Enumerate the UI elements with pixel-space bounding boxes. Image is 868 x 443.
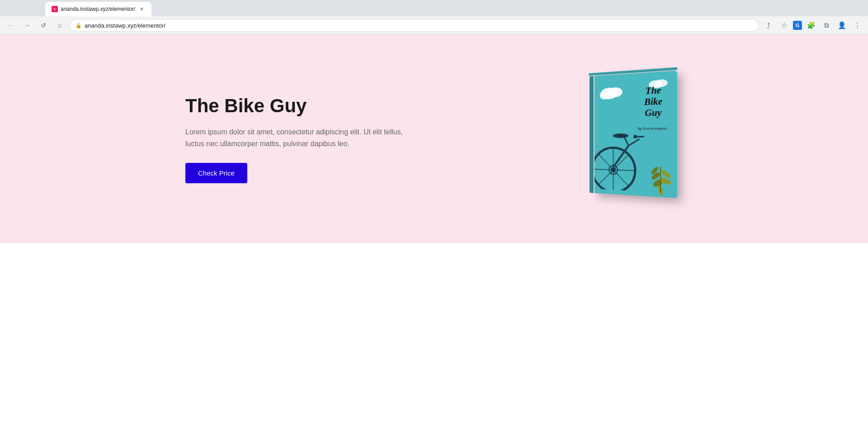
url-text: ananda.instawp.xyz/elementor/ [85,22,165,29]
browser-chrome: E ananda.instawp.xyz/elementor/ ✕ ← → ↺ … [0,0,868,35]
book-title-display: The Bike Guy [634,84,673,119]
bike-wheel-svg [594,132,646,192]
svg-line-19 [624,137,628,146]
reload-icon: ↺ [41,22,46,29]
svg-line-14 [599,169,613,185]
home-icon: ⌂ [58,22,61,29]
home-button[interactable]: ⌂ [53,19,66,32]
page-content: The Bike Guy Lorem ipsum dolor sit amet,… [0,35,868,443]
active-tab[interactable]: E ananda.instawp.xyz/elementor/ ✕ [45,2,151,16]
address-bar[interactable]: 🔒 ananda.instawp.xyz/elementor/ [70,19,759,32]
svg-line-12 [613,170,629,186]
tab-title: ananda.instawp.xyz/elementor/ [61,6,135,12]
extension-icon: G [793,21,802,30]
back-button[interactable]: ← [5,19,17,32]
menu-button[interactable]: ⋮ [851,19,863,32]
svg-point-18 [633,135,637,138]
hero-description: Lorem ipsum dolor sit amet, consectetur … [185,126,411,149]
book: The Bike Guy By Emma Mayers [594,71,677,198]
hero-title: The Bike Guy [185,95,411,117]
tab-bar: E ananda.instawp.xyz/elementor/ ✕ [0,0,868,16]
back-icon: ← [8,22,14,29]
check-price-button[interactable]: Check Price [185,163,247,183]
book-title-line2: Bike [644,96,663,108]
book-cover: The Bike Guy By Emma Mayers [594,71,677,198]
profile-button[interactable]: 👤 [835,19,848,32]
book-title-line1: The [646,85,661,96]
cloud1-svg [599,83,628,100]
browser-toolbar-right: ⤴ ☆ G 🧩 ⧉ 👤 ⋮ [762,19,863,32]
svg-line-10 [613,170,635,171]
reload-button[interactable]: ↺ [37,19,50,32]
book-author-display: By Emma Mayers [633,126,672,131]
book-spine [590,76,594,193]
extensions-button[interactable]: 🧩 [805,19,817,32]
plant-leaves-svg [646,157,675,196]
tab-close-button[interactable]: ✕ [138,5,145,13]
svg-line-11 [599,154,613,170]
svg-line-9 [594,169,613,170]
forward-button[interactable]: → [21,19,33,32]
hero-text: The Bike Guy Lorem ipsum dolor sit amet,… [185,95,411,184]
book-title-line3: Guy [645,107,661,118]
tab-favicon: E [52,6,58,12]
share-button[interactable]: ⤴ [762,19,775,32]
white-section [0,243,868,443]
hero-section: The Bike Guy Lorem ipsum dolor sit amet,… [0,35,868,243]
hero-inner: The Bike Guy Lorem ipsum dolor sit amet,… [185,73,683,205]
book-illustration: The Bike Guy By Emma Mayers [592,73,683,205]
lock-icon: 🔒 [75,23,82,29]
svg-point-20 [613,133,629,138]
bookmark-button[interactable]: ☆ [778,19,790,32]
svg-line-16 [628,139,640,146]
window-button[interactable]: ⧉ [820,19,833,32]
browser-toolbar: ← → ↺ ⌂ 🔒 ananda.instawp.xyz/elementor/ … [0,16,868,34]
forward-icon: → [24,22,30,29]
